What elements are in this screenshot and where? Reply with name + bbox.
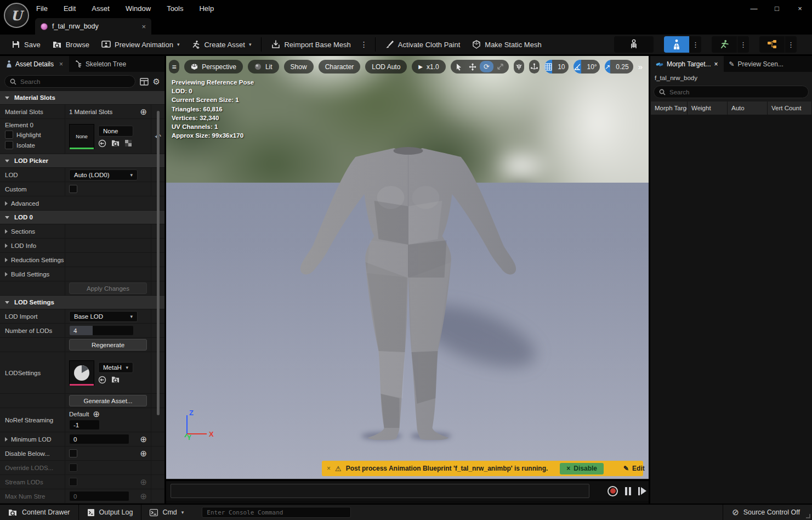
material-thumbnail[interactable]: None bbox=[69, 124, 94, 149]
character-menu-button[interactable]: Character bbox=[319, 60, 361, 74]
tab-close-icon[interactable]: × bbox=[714, 60, 718, 68]
expand-arrow-icon[interactable] bbox=[5, 272, 8, 276]
tab-preview-scene-settings[interactable]: ✎ Preview Scen... bbox=[724, 56, 789, 72]
reimport-base-mesh-button[interactable]: Reimport Base Mesh bbox=[265, 35, 356, 54]
translate-tool-icon[interactable] bbox=[466, 61, 480, 72]
unreal-logo-icon[interactable]: U bbox=[4, 3, 29, 28]
display-filter-icon[interactable] bbox=[140, 78, 149, 86]
blueprint-shortcut-button[interactable] bbox=[759, 36, 785, 53]
menu-edit[interactable]: Edit bbox=[64, 4, 76, 13]
playback-speed-button[interactable]: ▶x1.0 bbox=[412, 60, 445, 74]
tab-close-icon[interactable]: × bbox=[59, 60, 63, 68]
show-menu-button[interactable]: Show bbox=[284, 60, 314, 74]
disable-below-checkbox[interactable] bbox=[69, 449, 77, 457]
perspective-button[interactable]: Perspective bbox=[184, 60, 243, 74]
browse-button[interactable]: Browse bbox=[47, 35, 95, 54]
maximize-button[interactable]: □ bbox=[773, 4, 781, 13]
console-command-input[interactable] bbox=[207, 509, 346, 516]
column-morph-target[interactable]: Morph Target bbox=[651, 101, 687, 115]
animation-shortcut-button[interactable] bbox=[712, 36, 737, 53]
preview-viewport[interactable]: ≡ Perspective Lit Show Character LOD Aut… bbox=[166, 56, 649, 479]
warning-close-icon[interactable]: × bbox=[327, 465, 331, 472]
tab-asset-details[interactable]: Asset Details × bbox=[0, 56, 69, 72]
details-search-box[interactable] bbox=[4, 75, 135, 88]
animation-options-kebab-icon[interactable]: ⋮ bbox=[737, 36, 749, 53]
category-lod-settings[interactable]: LOD Settings bbox=[0, 296, 164, 309]
morph-search-input[interactable] bbox=[669, 89, 803, 95]
activate-cloth-paint-button[interactable]: Activate Cloth Paint bbox=[379, 35, 466, 54]
toolbar-overflow-icon[interactable]: » bbox=[638, 62, 646, 71]
content-drawer-button[interactable]: Content Drawer bbox=[0, 505, 78, 520]
custom-checkbox[interactable] bbox=[69, 185, 77, 193]
highlight-checkbox[interactable] bbox=[5, 131, 13, 139]
scale-tool-icon[interactable] bbox=[493, 61, 507, 72]
use-selected-asset-icon[interactable] bbox=[98, 376, 106, 384]
lodsettings-thumbnail[interactable] bbox=[69, 360, 94, 386]
settings-gear-icon[interactable]: ⚙ bbox=[153, 77, 160, 87]
generate-asset-button[interactable]: Generate Asset... bbox=[69, 395, 147, 406]
add-override-icon[interactable]: ⊕ bbox=[93, 410, 100, 418]
preview-animation-button[interactable]: Preview Animation ▾ bbox=[95, 35, 185, 54]
viewport-menu-button[interactable]: ≡ bbox=[169, 60, 179, 74]
rotation-snap-control[interactable]: 10° bbox=[573, 60, 600, 74]
add-material-slot-icon[interactable]: ⊕ bbox=[140, 108, 147, 116]
expand-arrow-icon[interactable] bbox=[5, 258, 8, 262]
save-button[interactable]: Save bbox=[5, 35, 47, 54]
resize-grip[interactable] bbox=[806, 514, 810, 518]
browse-to-asset-icon[interactable] bbox=[111, 139, 120, 147]
timeline-track[interactable] bbox=[171, 484, 589, 498]
preview-mesh-body[interactable] bbox=[296, 146, 518, 440]
scale-snap-control[interactable]: ↗ 0.25 bbox=[605, 60, 633, 74]
disable-button[interactable]: ×Disable bbox=[560, 463, 604, 474]
record-button[interactable] bbox=[607, 486, 618, 496]
number-of-lods-spinbox[interactable]: 4 bbox=[69, 325, 134, 336]
lod-dropdown[interactable]: Auto (LOD0)▾ bbox=[69, 169, 138, 180]
material-select-dropdown[interactable]: None bbox=[98, 126, 133, 137]
console-command-box[interactable] bbox=[202, 507, 351, 518]
expand-arrow-icon[interactable] bbox=[5, 201, 8, 206]
blueprint-options-kebab-icon[interactable]: ⋮ bbox=[785, 36, 797, 53]
grid-snap-control[interactable]: 10 bbox=[544, 60, 569, 74]
row-advanced[interactable]: Advanced bbox=[0, 196, 164, 211]
create-asset-button[interactable]: Create Asset ▾ bbox=[185, 35, 257, 54]
category-lod0[interactable]: LOD 0 bbox=[0, 211, 164, 224]
tab-morph-target-preview[interactable]: Morph Target... × bbox=[650, 56, 724, 72]
checker-texture-icon[interactable] bbox=[125, 140, 132, 146]
tab-skeleton-tree[interactable]: Skeleton Tree bbox=[69, 56, 132, 72]
browse-to-asset-icon[interactable] bbox=[111, 376, 120, 383]
column-vert-count[interactable]: Vert Count bbox=[768, 101, 811, 115]
skeleton-shortcut-button[interactable] bbox=[614, 36, 654, 53]
menu-file[interactable]: File bbox=[36, 4, 48, 13]
select-tool-icon[interactable] bbox=[452, 61, 466, 72]
noref-streaming-input[interactable]: -1 bbox=[69, 420, 100, 430]
reimport-options-kebab-icon[interactable]: ⋮ bbox=[357, 40, 371, 49]
editor-tab-f-tal-nrw-body[interactable]: f_tal_nrw_body × bbox=[35, 18, 151, 35]
isolate-checkbox[interactable] bbox=[5, 141, 13, 149]
menu-window[interactable]: Window bbox=[126, 4, 151, 13]
local-gizmo-button[interactable] bbox=[529, 60, 540, 74]
step-forward-button[interactable] bbox=[638, 487, 646, 495]
menu-help[interactable]: Help bbox=[199, 4, 214, 13]
expand-arrow-icon[interactable] bbox=[5, 229, 8, 234]
regenerate-button[interactable]: Regenerate bbox=[69, 339, 147, 351]
search-input[interactable] bbox=[20, 78, 130, 85]
apply-changes-button[interactable]: Apply Changes bbox=[69, 282, 147, 294]
output-log-button[interactable]: Output Log bbox=[79, 505, 141, 520]
add-per-platform-icon[interactable]: ⊕ bbox=[140, 449, 147, 457]
lodsettings-asset-dropdown[interactable]: MetaH▾ bbox=[98, 362, 133, 373]
edit-button[interactable]: ✎Edit bbox=[623, 465, 645, 472]
mesh-shortcut-button-active[interactable] bbox=[664, 36, 689, 53]
mesh-options-kebab-icon[interactable]: ⋮ bbox=[690, 36, 701, 53]
expand-arrow-icon[interactable] bbox=[5, 437, 8, 442]
menu-tools[interactable]: Tools bbox=[167, 4, 183, 13]
add-per-platform-icon[interactable]: ⊕ bbox=[140, 435, 147, 443]
world-gizmo-button[interactable] bbox=[514, 60, 524, 74]
make-static-mesh-button[interactable]: Make Static Mesh bbox=[466, 35, 547, 54]
category-material-slots[interactable]: Material Slots bbox=[0, 91, 164, 105]
minimum-lod-input[interactable]: 0 bbox=[69, 434, 129, 444]
details-scrollbar[interactable] bbox=[157, 111, 160, 415]
lod-auto-button[interactable]: LOD Auto bbox=[365, 60, 407, 74]
minimize-button[interactable]: — bbox=[749, 4, 758, 13]
source-control-button[interactable]: ⊘ Source Control Off bbox=[723, 505, 812, 520]
lit-mode-button[interactable]: Lit bbox=[248, 60, 279, 74]
